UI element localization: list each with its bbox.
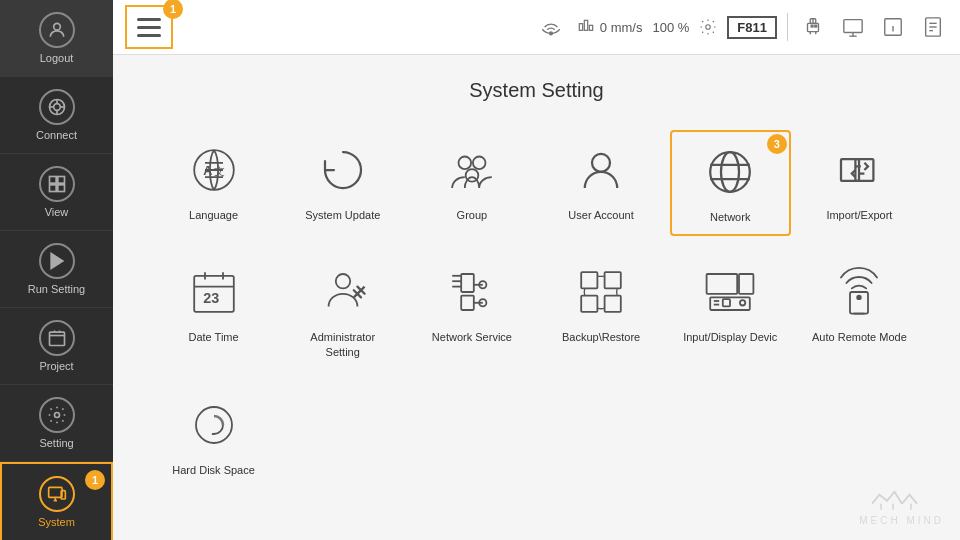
hard-disk-space-item[interactable]: Hard Disk Space: [153, 385, 274, 487]
svg-rect-12: [49, 332, 64, 345]
network-label: Network: [710, 210, 750, 224]
admin-setting-item[interactable]: Administrator Setting: [282, 252, 403, 369]
mechmind-logo: MECH MIND: [859, 488, 944, 526]
svg-point-0: [53, 23, 60, 30]
backup-restore-label: Backup\Restore: [562, 330, 640, 344]
svg-point-51: [710, 152, 750, 192]
svg-marker-11: [51, 254, 63, 269]
system-badge: 1: [85, 470, 105, 490]
system-update-label: System Update: [305, 208, 380, 222]
svg-point-47: [458, 157, 471, 170]
svg-rect-76: [581, 296, 597, 312]
monitor-icon[interactable]: [838, 14, 868, 40]
content-area: System Setting A 文 Language: [113, 55, 960, 540]
date-time-icon: 23: [184, 262, 244, 322]
language-item[interactable]: A 文 Language: [153, 130, 274, 236]
svg-point-15: [54, 413, 59, 418]
svg-point-64: [336, 274, 350, 288]
auto-remote-mode-label: Auto Remote Mode: [812, 330, 907, 344]
svg-point-22: [549, 32, 552, 35]
run-setting-icon: [39, 243, 75, 279]
language-label: Language: [189, 208, 238, 222]
backup-restore-icon: [571, 262, 631, 322]
svg-rect-16: [48, 487, 61, 497]
sidebar: Logout Connect View Run Setting: [0, 0, 113, 540]
import-export-item[interactable]: Import/Export: [799, 130, 920, 236]
settings-row-3: Hard Disk Space: [153, 385, 920, 487]
network-service-item[interactable]: Network Service: [411, 252, 532, 369]
sidebar-item-system-label: System: [38, 516, 75, 528]
sidebar-item-system[interactable]: System 1: [0, 462, 113, 540]
network-badge: 3: [767, 134, 787, 154]
sidebar-item-project[interactable]: Project: [0, 308, 113, 385]
language-icon: A 文: [184, 140, 244, 200]
svg-point-52: [721, 152, 739, 192]
doc-icon[interactable]: [918, 14, 948, 40]
import-export-label: Import/Export: [826, 208, 892, 222]
sidebar-item-logout-label: Logout: [40, 52, 74, 64]
svg-rect-7: [49, 177, 56, 184]
svg-rect-23: [579, 24, 582, 31]
svg-point-84: [740, 300, 745, 305]
svg-rect-67: [461, 296, 474, 310]
input-display-icon: [700, 262, 760, 322]
backup-restore-item[interactable]: Backup\Restore: [540, 252, 661, 369]
input-display-label: Input/Display Devic: [683, 330, 777, 344]
view-icon: [39, 166, 75, 202]
setting-icon: [39, 397, 75, 433]
menu-bar-1: [137, 18, 161, 21]
sidebar-item-setting[interactable]: Setting: [0, 385, 113, 462]
topbar-gear-icon: [699, 18, 717, 36]
svg-rect-31: [815, 25, 817, 27]
model-display: F811: [727, 16, 777, 39]
user-account-item[interactable]: User Account: [540, 130, 661, 236]
sidebar-item-view[interactable]: View: [0, 154, 113, 231]
info-icon[interactable]: [878, 14, 908, 40]
hard-disk-space-label: Hard Disk Space: [172, 463, 255, 477]
svg-point-48: [473, 157, 486, 170]
sidebar-item-connect[interactable]: Connect: [0, 77, 113, 154]
sidebar-item-setting-label: Setting: [39, 437, 73, 449]
menu-button-wrapper: 1: [125, 5, 177, 49]
auto-remote-mode-icon: [829, 262, 889, 322]
group-item[interactable]: Group: [411, 130, 532, 236]
system-update-item[interactable]: System Update: [282, 130, 403, 236]
menu-bar-3: [137, 34, 161, 37]
svg-rect-24: [584, 20, 587, 30]
settings-row-2: 23 Date Time Administrator Setting: [153, 252, 920, 369]
date-time-item[interactable]: 23 Date Time: [153, 252, 274, 369]
network-service-label: Network Service: [432, 330, 512, 344]
connect-icon: [39, 89, 75, 125]
svg-rect-85: [723, 299, 730, 306]
svg-rect-66: [461, 274, 474, 292]
user-account-icon: [571, 140, 631, 200]
project-icon: [39, 320, 75, 356]
svg-rect-88: [196, 407, 232, 443]
input-display-item[interactable]: Input/Display Devic: [670, 252, 791, 369]
auto-remote-mode-item[interactable]: Auto Remote Mode: [799, 252, 920, 369]
network-item[interactable]: Network 3: [670, 130, 791, 236]
admin-setting-icon: [313, 262, 373, 322]
group-icon: [442, 140, 502, 200]
menu-badge: 1: [163, 0, 183, 19]
system-icon: [39, 476, 75, 512]
admin-setting-label: Administrator Setting: [310, 330, 375, 359]
user-account-label: User Account: [568, 208, 633, 222]
sidebar-item-logout[interactable]: Logout: [0, 0, 113, 77]
connection-icon: [536, 14, 566, 40]
menu-bar-2: [137, 26, 161, 29]
svg-rect-79: [707, 274, 738, 294]
import-export-icon: [829, 140, 889, 200]
svg-rect-8: [57, 177, 64, 184]
logout-icon: [39, 12, 75, 48]
network-icon: [700, 142, 760, 202]
sidebar-item-run-setting[interactable]: Run Setting: [0, 231, 113, 308]
svg-text:23: 23: [203, 290, 219, 306]
svg-rect-34: [844, 20, 862, 33]
svg-rect-30: [811, 25, 813, 27]
topbar: 1 0 mm/s 100 % F811: [113, 0, 960, 55]
robot-icon[interactable]: [798, 14, 828, 40]
svg-text:A: A: [203, 164, 212, 178]
mechmind-logo-text: MECH MIND: [859, 515, 944, 526]
svg-text:文: 文: [214, 165, 225, 177]
